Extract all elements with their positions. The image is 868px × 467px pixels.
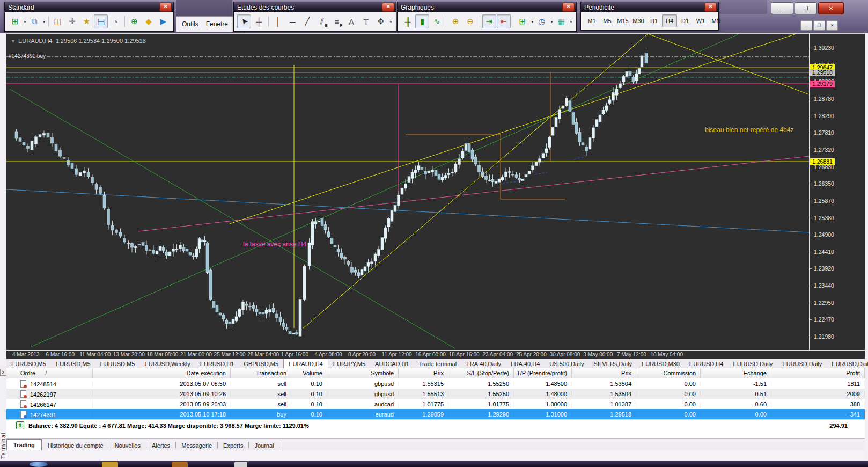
close-icon[interactable]: ✕ [704,3,717,12]
timeframe-button-m1[interactable]: M1 [584,14,599,27]
terminal-tab-trading[interactable]: Trading [6,439,42,450]
order-row[interactable]: 142485142013.05.07 08:50sell0.10gbpusd1.… [6,378,865,389]
chart-tab-fra-40-daily[interactable]: FRA.40,Daily [461,359,506,368]
chart-shift-icon[interactable]: ⇥ [482,14,496,28]
chart-tab-eurusd-daily[interactable]: EURUSD,Daily [728,359,777,368]
column-header-symbole[interactable]: Symbole [327,368,399,378]
new-order-icon[interactable]: ⊕ [127,14,141,28]
profiles-icon[interactable]: ⧉ [27,14,41,28]
chart-tab-us-500-daily[interactable]: US.500,Daily [545,359,589,368]
child-close-button[interactable]: ✕ [826,20,838,31]
chart-tab-silvers-daily[interactable]: SILVERs,Daily [589,359,637,368]
close-icon[interactable]: ✕ [562,3,575,12]
fibonacci-retracement-icon[interactable]: ≡F [329,14,343,28]
line-chart-icon[interactable]: ∿ [430,14,444,28]
timeframe-button-m15[interactable]: M15 [615,14,630,27]
windows-taskbar[interactable] [0,461,868,467]
text-icon[interactable]: A [344,14,358,28]
timeframe-button-w1[interactable]: W1 [693,14,708,27]
timeframe-button-h1[interactable]: H1 [646,14,661,27]
close-button[interactable]: ✕ [818,2,844,14]
column-header-prix[interactable]: Prix [399,368,448,378]
column-header-profit[interactable]: Profit [771,368,865,378]
price-axis[interactable]: 1.302301.297501.292601.287801.282901.278… [809,33,865,350]
templates-icon[interactable]: ▦ [554,14,568,28]
terminal-tab-historique-du-compte[interactable]: Historique du compte [42,441,109,450]
chart-tab-eurusd-weekly[interactable]: EURUSD,Weekly [139,359,195,368]
chart-tab-euraud-h4[interactable]: EURAUD,H4 [283,359,328,368]
column-header-date-ex-cution[interactable]: Date exécution [93,368,231,378]
dropdown-arrow-icon[interactable]: ▼ [569,20,573,24]
auto-scroll-icon[interactable]: ⇤ [497,14,511,28]
chart-tab-eurusd-h4[interactable]: EURUSD,H4 [685,359,729,368]
timeframe-button-m30[interactable]: M30 [631,14,646,27]
column-header-commission[interactable]: Commission [636,368,701,378]
chart-plot-area[interactable]: ▼EURAUD,H4 1.29506 1.29534 1.29500 1.295… [6,33,809,350]
terminal-tab-experts[interactable]: Experts [218,441,248,450]
market-watch-icon[interactable]: ◫ [51,14,65,28]
metaeditor-icon[interactable]: ◆ [142,14,156,28]
terminal-tab-journal[interactable]: Journal [249,441,279,450]
chart-tab-eurusd-daily[interactable]: EURUSD,Daily [777,359,827,368]
indicators-icon[interactable]: ⊞ [516,14,529,28]
child-minimize-button[interactable]: – [800,20,812,31]
periodicity-toolbar-titlebar[interactable]: Périodicité ✕ [581,2,718,12]
chart-tab-eurusd-h1[interactable]: EURUSD,H1 [195,359,239,368]
child-restore-button[interactable]: ❐ [813,20,825,31]
column-header-volume[interactable]: Volume [291,368,327,378]
chart-tab-eurusd-m5[interactable]: EURUSD,M5 [6,359,51,368]
close-icon[interactable]: ✕ [159,3,172,12]
dropdown-arrow-icon[interactable]: ▼ [531,20,534,24]
chart-tab-eurjpy-m5[interactable]: EURJPY,M5 [328,359,370,368]
chart-tab-eurusd-m5[interactable]: EURUSD,M5 [51,359,95,368]
arrows-icon[interactable]: ✥ [374,14,388,28]
minimize-button[interactable]: — [771,2,793,14]
chart-tab-trade-terminal[interactable]: Trade terminal [414,359,462,368]
data-window-icon[interactable]: ▤ [94,14,108,28]
chart-tab-eurusd-daily[interactable]: EURUSD,Daily [827,359,868,368]
cursor-icon[interactable]: ➤ [237,14,251,28]
menu-item-fenetre[interactable]: Fenetre [206,20,228,28]
chart-tab-eurusd-m5[interactable]: EURUSD,M5 [95,359,140,368]
column-header-transaction[interactable]: Transaction [231,368,291,378]
zoom-out-icon[interactable]: ⊖ [463,14,477,28]
timeframe-button-d1[interactable]: D1 [678,14,693,27]
strategy-tester-icon[interactable]: ◔ [108,14,122,28]
charts-toolbar-titlebar[interactable]: Graphiques ✕ [398,2,576,12]
chart-tab-eurusd-m30[interactable]: EURUSD,M30 [637,359,685,368]
maximize-button[interactable]: ❐ [795,2,817,14]
order-row[interactable]: 142661472013.05.09 20:03sell0.10audcad1.… [6,399,865,409]
timeframe-button-h4[interactable]: H4 [662,14,677,27]
favorites-icon[interactable]: ★ [80,14,94,28]
column-header-t-p-prendre-profit-[interactable]: T/P (Prendre/profit) [514,368,572,378]
crosshair-icon[interactable]: ┼ [252,14,266,28]
terminal-tab-messagerie[interactable]: Messagerie [176,441,217,450]
time-axis[interactable]: 4 Mar 20136 Mar 16:0011 Mar 04:0013 Mar … [6,350,865,359]
column-header-s-l-stop-perte-[interactable]: S/L (Stop/Perte) [448,368,514,378]
chart-tab-fra-40-h4[interactable]: FRA.40,H4 [506,359,545,368]
dropdown-arrow-icon[interactable]: ▼ [389,20,393,24]
horizontal-line-icon[interactable]: ─ [285,14,299,28]
timeframe-button-m5[interactable]: M5 [600,14,615,27]
bar-chart-icon[interactable]: ╫ [401,14,415,28]
chart-tab-audcad-h1[interactable]: AUDCAD,H1 [370,359,414,368]
candlestick-chart-icon[interactable]: ▮ [415,14,429,28]
trendline-icon[interactable]: ╱ [300,14,314,28]
timeframe-button-mn[interactable]: MN [709,14,724,27]
zoom-in-icon[interactable]: ⊕ [448,14,462,28]
dropdown-arrow-icon[interactable]: ▼ [42,20,46,24]
column-header-echange[interactable]: Echange [701,368,771,378]
document-icon[interactable] [234,462,247,467]
order-row[interactable]: 142621972013.05.09 10:26sell0.10gbpusd1.… [6,389,865,399]
equidistant-channel-icon[interactable]: ⫽E [315,14,329,28]
app-icon[interactable] [172,462,188,467]
navigator-icon[interactable]: ✛ [65,14,79,28]
text-label-icon[interactable]: T [359,14,373,28]
new-chart-icon[interactable]: ⊞ [8,14,22,28]
column-header-prix[interactable]: Prix [572,368,636,378]
column-header-ordre[interactable]: Ordre/ [6,368,93,378]
start-orb[interactable] [30,462,48,467]
terminal-tab-alertes[interactable]: Alertes [146,441,175,450]
autotrading-icon[interactable]: ▶ [156,14,170,28]
folder-icon[interactable] [102,462,118,467]
